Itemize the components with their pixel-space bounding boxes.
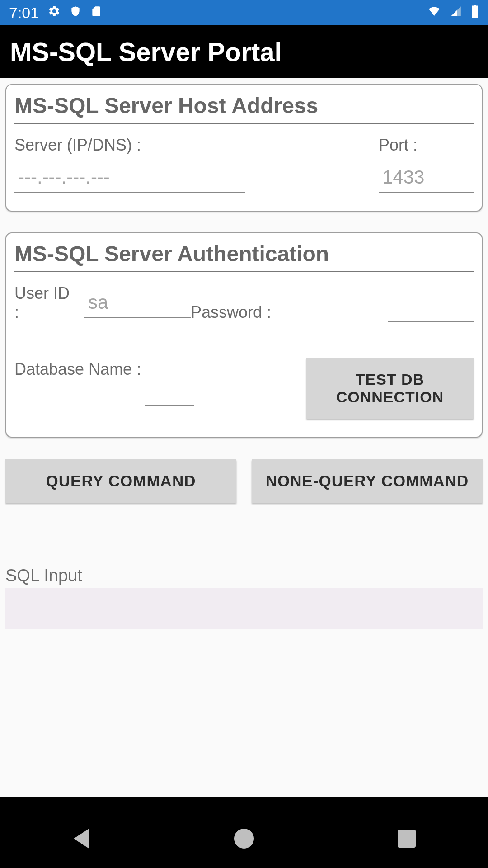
status-right (427, 5, 479, 21)
query-command-button[interactable]: QUERY COMMAND (5, 459, 236, 503)
recent-apps-button[interactable] (361, 823, 452, 854)
sd-card-icon (90, 5, 102, 20)
auth-card-title: MS-SQL Server Authentication (14, 241, 474, 272)
home-circle-icon (234, 829, 254, 849)
port-label: Port : (379, 136, 474, 155)
status-left: 7:01 (9, 4, 102, 22)
back-triangle-icon (74, 829, 89, 849)
user-id-input[interactable] (84, 288, 191, 318)
user-id-label: User ID : (14, 284, 78, 322)
app-title: MS-SQL Server Portal (10, 37, 282, 67)
bottom-black-bar (0, 797, 488, 809)
password-input[interactable] (388, 292, 474, 322)
status-bar: 7:01 (0, 0, 488, 25)
host-card-title: MS-SQL Server Host Address (14, 93, 474, 124)
app-bar: MS-SQL Server Portal (0, 25, 488, 78)
wifi-icon (427, 5, 441, 20)
password-label: Password : (191, 303, 271, 322)
server-label: Server (IP/DNS) : (14, 136, 245, 155)
home-button[interactable] (199, 823, 289, 854)
test-db-connection-button[interactable]: TEST DB CONNECTION (306, 358, 474, 419)
recent-square-icon (398, 830, 416, 848)
content-area: MS-SQL Server Host Address Server (IP/DN… (0, 78, 488, 797)
port-input[interactable] (379, 163, 474, 193)
battery-icon (471, 5, 479, 21)
status-time: 7:01 (9, 4, 39, 22)
navigation-bar (0, 809, 488, 868)
database-name-label: Database Name : (14, 360, 141, 379)
sql-input-section: SQL Input (5, 566, 483, 629)
sql-input-label: SQL Input (5, 566, 483, 585)
none-query-command-button[interactable]: NONE-QUERY COMMAND (252, 459, 483, 503)
command-row: QUERY COMMAND NONE-QUERY COMMAND (5, 459, 483, 503)
authentication-card: MS-SQL Server Authentication User ID : P… (5, 232, 483, 438)
shield-icon (70, 5, 81, 20)
server-input[interactable] (14, 163, 245, 193)
host-address-card: MS-SQL Server Host Address Server (IP/DN… (5, 84, 483, 212)
cell-signal-icon (450, 5, 462, 20)
gear-icon (48, 5, 61, 21)
back-button[interactable] (36, 823, 127, 854)
sql-input-area[interactable] (5, 588, 483, 629)
database-name-input[interactable] (145, 376, 194, 406)
